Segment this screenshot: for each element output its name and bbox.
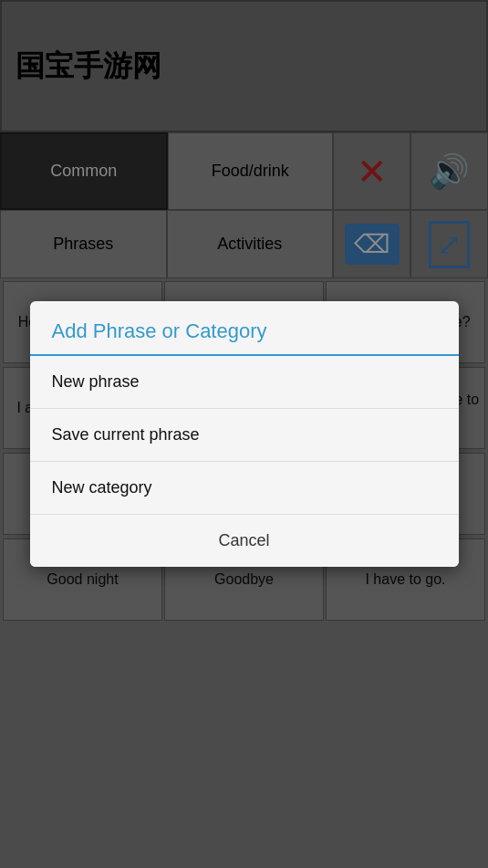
save-phrase-option[interactable]: Save current phrase	[30, 409, 459, 462]
add-phrase-dialog: Add Phrase or Category New phrase Save c…	[30, 301, 459, 567]
dialog-overlay: Add Phrase or Category New phrase Save c…	[0, 0, 488, 868]
dialog-title: Add Phrase or Category	[30, 301, 459, 356]
new-category-option[interactable]: New category	[30, 462, 459, 515]
new-phrase-option[interactable]: New phrase	[30, 356, 459, 409]
cancel-button[interactable]: Cancel	[30, 515, 459, 567]
